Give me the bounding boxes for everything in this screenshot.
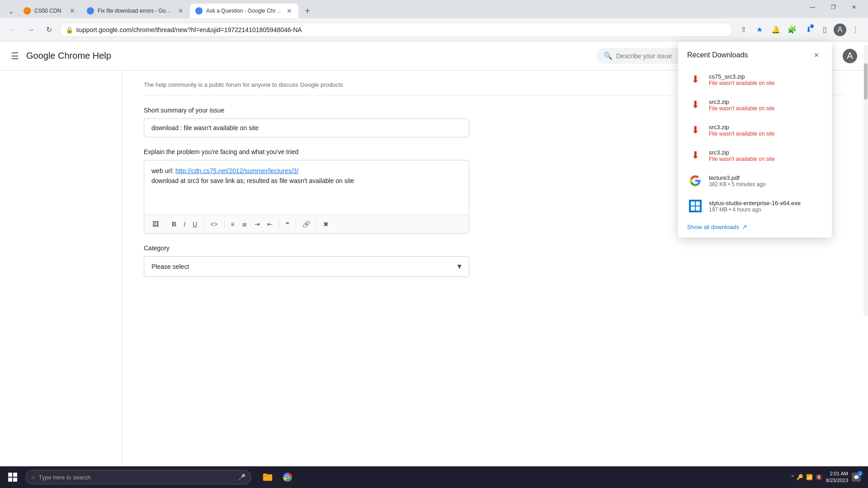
- address-bar: ← → ↻ 🔒 support.google.com/chrome/thread…: [0, 18, 868, 42]
- svg-rect-3: [691, 206, 695, 211]
- download-item-3[interactable]: ⬇ src3.zip File wasn't available on site: [678, 143, 832, 168]
- taskbar-pinned-apps: [259, 468, 297, 486]
- notification-center-button[interactable]: 💬: [852, 473, 861, 482]
- problem-url-link[interactable]: http://cdn.cs75.net/2012/summer/lectures…: [175, 167, 298, 174]
- toolbar-sep2: [203, 220, 204, 229]
- download-error-icon-0: ⬇: [687, 71, 703, 88]
- svg-rect-4: [696, 206, 700, 211]
- new-tab-button[interactable]: +: [300, 4, 315, 18]
- download-item-1[interactable]: ⬇ src3.zip File wasn't available on site: [678, 92, 832, 117]
- share-button[interactable]: ⇧: [736, 23, 750, 37]
- download-status-5: 197 MB • 4 hours ago: [709, 206, 823, 213]
- tray-chevron-icon[interactable]: ^: [791, 474, 794, 480]
- extension-alert-button[interactable]: 🔔: [769, 23, 783, 37]
- tab-overflow-btn[interactable]: ⌄: [4, 4, 18, 18]
- show-all-downloads-link[interactable]: Show all downloads: [687, 224, 739, 230]
- code-button[interactable]: <>: [208, 219, 220, 230]
- ol-button[interactable]: ≣: [239, 219, 250, 230]
- downloads-button[interactable]: ⬇: [801, 23, 816, 37]
- url-bar[interactable]: 🔒 support.google.com/chrome/thread/new?h…: [60, 23, 732, 37]
- split-view-button[interactable]: ▯: [817, 23, 832, 37]
- svg-rect-10: [263, 475, 267, 476]
- indent-button[interactable]: ⇥: [252, 219, 263, 230]
- lock-tray-icon: 🔑: [797, 474, 803, 480]
- maximize-button[interactable]: ❐: [823, 0, 844, 14]
- downloads-panel-close-button[interactable]: ×: [810, 49, 823, 61]
- download-item-4[interactable]: lecture3.pdf 382 KB • 5 minutes ago: [678, 168, 832, 193]
- chrome-icon: [282, 472, 293, 483]
- svg-rect-1: [691, 202, 695, 206]
- quote-button[interactable]: ❝: [283, 219, 292, 230]
- user-account-icon[interactable]: A: [843, 49, 857, 63]
- clear-format-button[interactable]: ✖: [321, 219, 331, 230]
- scroll-indicator[interactable]: [863, 45, 868, 316]
- category-label: Category: [144, 244, 846, 252]
- download-name-3: src3.zip: [709, 149, 823, 156]
- blocked-download-icon-2: ⬇: [691, 124, 699, 136]
- outdent-button[interactable]: ⇤: [264, 219, 275, 230]
- external-link-icon: ↗: [742, 223, 747, 230]
- tab-cs50-cdn[interactable]: CS50 CDN ✕: [18, 4, 81, 18]
- blocked-download-icon: ⬇: [691, 74, 699, 85]
- svg-rect-11: [263, 474, 267, 475]
- underline-button[interactable]: U: [190, 219, 200, 230]
- menu-hamburger-icon[interactable]: ☰: [11, 51, 19, 61]
- toolbar-sep4: [279, 220, 279, 229]
- taskbar: ○ Type here to search 🎤 ^ 🔑: [0, 466, 868, 488]
- tab-fix-download[interactable]: Fix file download errors - Google... ✕: [81, 4, 190, 18]
- download-error-icon-2: ⬇: [687, 122, 703, 138]
- title-bar: ⌄ CS50 CDN ✕ Fix file download errors - …: [0, 0, 868, 18]
- download-item-5[interactable]: stylus-studio-enterprise-16-x64.exe 197 …: [678, 193, 832, 219]
- download-name-1: src3.zip: [709, 99, 823, 105]
- tab-ask-question[interactable]: Ask a Question - Google Chrome... ✕: [190, 4, 298, 18]
- minimize-button[interactable]: —: [802, 0, 823, 14]
- download-item-2[interactable]: ⬇ src3.zip File wasn't available on site: [678, 117, 832, 143]
- summary-input[interactable]: [144, 118, 469, 137]
- scroll-thumb[interactable]: [864, 63, 868, 99]
- download-status-4: 382 KB • 5 minutes ago: [709, 181, 823, 188]
- clock-date: 8/23/2023: [826, 477, 848, 484]
- downloads-panel-header: Recent Downloads ×: [678, 42, 832, 67]
- tab-close-cs50[interactable]: ✕: [69, 7, 76, 14]
- windows-start-icon: [8, 473, 17, 482]
- bold-button[interactable]: B: [169, 219, 179, 230]
- bookmark-button[interactable]: ★: [752, 23, 767, 37]
- back-button[interactable]: ←: [5, 23, 20, 37]
- link-button[interactable]: 🔗: [300, 219, 313, 230]
- download-item-0[interactable]: ⬇ cs75_src3.zip File wasn't available on…: [678, 67, 832, 92]
- rich-text-area[interactable]: web url: http://cdn.cs75.net/2012/summer…: [144, 160, 469, 234]
- svg-rect-8: [13, 478, 17, 482]
- tab-close-fix[interactable]: ✕: [177, 7, 184, 14]
- browser-toolbar-actions: ⇧ ★ 🔔 🧩 ⬇ ▯ A ⋮: [736, 23, 863, 37]
- taskbar-search-bar[interactable]: ○ Type here to search 🎤: [25, 470, 251, 484]
- downloads-panel: Recent Downloads × ⬇ cs75_src3.zip File …: [678, 42, 832, 238]
- category-select[interactable]: Please select: [144, 256, 469, 277]
- image-button[interactable]: 🖼: [150, 219, 161, 230]
- microphone-icon[interactable]: 🎤: [238, 474, 245, 481]
- download-status-3: File wasn't available on site: [709, 156, 823, 162]
- menu-button[interactable]: ⋮: [848, 23, 863, 37]
- forward-button[interactable]: →: [24, 23, 38, 37]
- editor-line1: web url: http://cdn.cs75.net/2012/summer…: [151, 166, 462, 176]
- taskbar-file-explorer[interactable]: [259, 468, 277, 486]
- download-name-0: cs75_src3.zip: [709, 73, 823, 80]
- download-name-5: stylus-studio-enterprise-16-x64.exe: [709, 200, 823, 206]
- account-button[interactable]: A: [834, 23, 846, 36]
- taskbar-chrome[interactable]: [278, 468, 297, 486]
- download-info-1: src3.zip File wasn't available on site: [709, 99, 823, 112]
- download-status-2: File wasn't available on site: [709, 131, 823, 137]
- italic-button[interactable]: I: [181, 219, 188, 230]
- taskbar-search-text: Type here to search: [38, 474, 90, 481]
- start-button[interactable]: [4, 468, 22, 486]
- download-status-0: File wasn't available on site: [709, 80, 823, 86]
- tab-close-ask[interactable]: ✕: [286, 7, 293, 14]
- download-status-1: File wasn't available on site: [709, 105, 823, 112]
- editor-content[interactable]: web url: http://cdn.cs75.net/2012/summer…: [144, 160, 469, 215]
- google-logo-icon: [689, 174, 702, 187]
- download-info-0: cs75_src3.zip File wasn't available on s…: [709, 73, 823, 86]
- extensions-button[interactable]: 🧩: [785, 23, 799, 37]
- close-button[interactable]: ✕: [844, 0, 864, 14]
- ul-button[interactable]: ≡: [228, 219, 237, 230]
- reload-button[interactable]: ↻: [42, 23, 56, 37]
- system-clock[interactable]: 2:01 AM 8/23/2023: [826, 470, 848, 484]
